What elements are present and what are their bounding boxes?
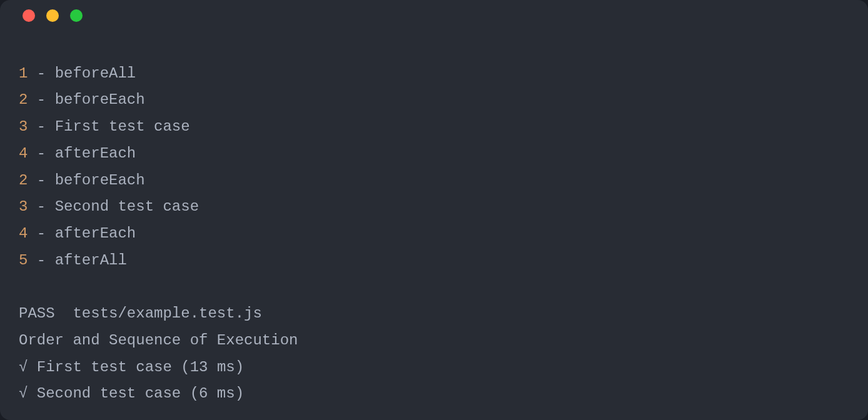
log-text: beforeEach xyxy=(55,172,145,189)
test-case-time: (13 ms) xyxy=(181,359,244,376)
maximize-icon[interactable] xyxy=(70,9,83,22)
log-sep: - xyxy=(28,91,54,108)
log-sep: - xyxy=(28,252,54,269)
log-number: 5 xyxy=(19,252,28,269)
log-number: 1 xyxy=(19,65,28,82)
test-case-name: Second test case xyxy=(37,385,181,402)
log-sep: - xyxy=(28,198,54,215)
log-text: afterEach xyxy=(55,225,136,242)
suite-name: Order and Sequence of Execution xyxy=(19,328,849,354)
log-sep: - xyxy=(28,172,54,189)
pass-label: PASS xyxy=(19,305,55,322)
log-sep: - xyxy=(28,225,54,242)
terminal-window: 1 - beforeAll 2 - beforeEach 3 - First t… xyxy=(0,0,868,420)
test-case-time: (6 ms) xyxy=(190,385,244,402)
log-line: 5 - afterAll xyxy=(19,248,849,274)
window-titlebar xyxy=(0,0,868,32)
close-icon[interactable] xyxy=(23,9,35,22)
blank-line xyxy=(19,274,849,301)
log-sep: - xyxy=(28,118,54,135)
check-icon: √ xyxy=(19,359,28,376)
log-number: 2 xyxy=(19,172,28,189)
result-pass-line: PASS tests/example.test.js xyxy=(19,301,849,328)
log-line: 3 - First test case xyxy=(19,114,849,141)
log-number: 2 xyxy=(19,91,28,108)
log-number: 3 xyxy=(19,118,28,135)
check-icon: √ xyxy=(19,385,28,402)
log-line: 4 - afterEach xyxy=(19,221,849,248)
test-case-line: √ Second test case (6 ms) xyxy=(19,381,849,408)
log-sep: - xyxy=(28,65,54,82)
log-text: afterEach xyxy=(55,145,136,162)
log-number: 4 xyxy=(19,145,28,162)
log-number: 4 xyxy=(19,225,28,242)
test-case-name: First test case xyxy=(37,359,172,376)
test-file: tests/example.test.js xyxy=(73,305,261,322)
log-line: 1 - beforeAll xyxy=(19,61,849,88)
log-text: afterAll xyxy=(55,252,127,269)
log-text: First test case xyxy=(55,118,190,135)
log-sep: - xyxy=(28,145,54,162)
log-line: 3 - Second test case xyxy=(19,194,849,221)
log-text: beforeAll xyxy=(55,65,136,82)
log-text: beforeEach xyxy=(55,91,145,108)
minimize-icon[interactable] xyxy=(46,9,59,22)
log-line: 2 - beforeEach xyxy=(19,87,849,114)
log-text: Second test case xyxy=(55,198,199,215)
log-line: 4 - afterEach xyxy=(19,141,849,168)
test-case-line: √ First test case (13 ms) xyxy=(19,354,849,381)
log-number: 3 xyxy=(19,198,28,215)
terminal-output: 1 - beforeAll 2 - beforeEach 3 - First t… xyxy=(0,32,868,420)
log-line: 2 - beforeEach xyxy=(19,168,849,194)
